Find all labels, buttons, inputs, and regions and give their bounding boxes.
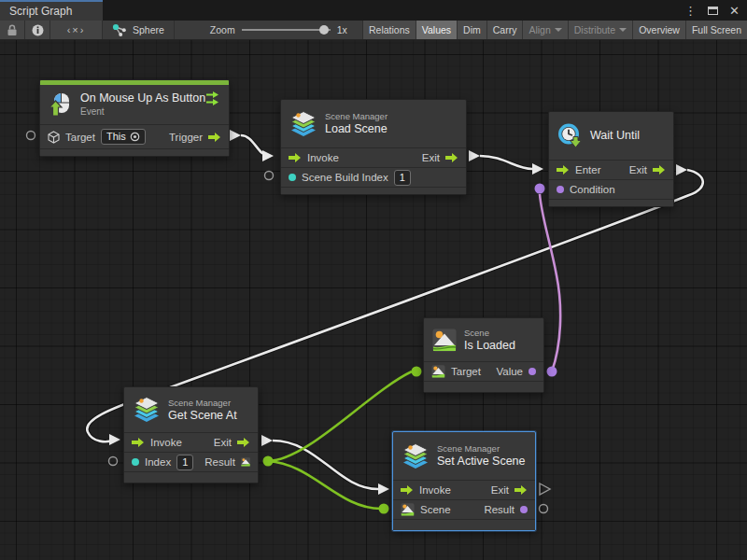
flow-arrow-icon [401, 484, 414, 496]
maximize-icon[interactable] [708, 7, 718, 15]
scene-mini-icon [241, 455, 250, 469]
node-title: Set Active Scene [437, 455, 527, 469]
zoom-slider[interactable] [242, 29, 331, 31]
full-screen-button[interactable]: Full Screen [686, 21, 747, 39]
node-subtitle: Event [80, 105, 220, 118]
result-port-label: Result [204, 456, 235, 468]
exit-port-label: Exit [491, 484, 509, 496]
node-title: Wait Until [590, 129, 665, 143]
code-preview-button[interactable]: ‹×› [50, 21, 103, 39]
align-button[interactable]: Align [523, 21, 568, 39]
node-category: Scene [464, 328, 535, 339]
invoke-port-label: Invoke [419, 484, 451, 496]
info-button[interactable] [25, 21, 50, 39]
chevron-down-icon [619, 28, 627, 32]
exit-port-label: Exit [629, 164, 647, 175]
result-port-label: Result [484, 504, 514, 515]
scene-manager-icon [402, 443, 430, 469]
script-graph-window: Script Graph ⋮ ✕ ‹×› [0, 0, 747, 560]
close-icon[interactable]: ✕ [729, 5, 740, 17]
node-set-active-scene[interactable]: Scene Manager Set Active Scene Invoke Ex… [392, 431, 536, 531]
exit-port-label: Exit [422, 152, 440, 163]
value-port-label: Value [496, 366, 523, 377]
relations-button[interactable]: Relations [363, 21, 416, 39]
bool-port-dot [557, 186, 564, 193]
enter-port-label: Enter [575, 164, 601, 175]
exit-port-label: Exit [214, 437, 232, 448]
lock-button[interactable] [0, 21, 25, 39]
node-title: Is Loaded [464, 339, 535, 353]
node-footer [40, 148, 229, 156]
node-category: Scene Manager [325, 111, 458, 122]
invoke-port-label: Invoke [307, 152, 339, 163]
node-title: On Mouse Up As Button [80, 91, 205, 105]
node-on-mouse-up-as-button[interactable]: On Mouse Up As Button Event Target This [39, 79, 230, 157]
graph-name-label: Sphere [133, 24, 164, 35]
scene-port-label: Scene [420, 504, 451, 515]
values-button[interactable]: Values [416, 21, 458, 39]
tab-title: Script Graph [9, 5, 72, 18]
node-footer [393, 519, 535, 530]
invoke-port-label: Invoke [150, 437, 182, 448]
target-port-label: Target [65, 132, 95, 143]
flow-arrow-icon [208, 132, 221, 143]
int-port-dot [132, 458, 139, 466]
node-is-loaded[interactable]: Scene Is Loaded Target Value [423, 317, 544, 393]
index-input[interactable]: 1 [176, 455, 193, 470]
info-icon [32, 24, 44, 36]
flow-arrow-icon [557, 164, 570, 175]
tab-script-graph[interactable]: Script Graph [0, 0, 103, 21]
node-category: Scene Manager [168, 398, 249, 409]
node-wait-until[interactable]: Wait Until Enter Exit Condition [548, 111, 674, 207]
zoom-slider-handle[interactable] [319, 25, 329, 35]
window-controls: ⋮ ✕ [684, 0, 747, 21]
flow-arrow-icon [653, 164, 666, 175]
target-object-picker[interactable]: This [101, 129, 146, 145]
flow-arrow-icon [132, 437, 145, 448]
node-footer [549, 199, 673, 206]
carry-button[interactable]: Carry [487, 21, 524, 39]
flow-arrow-icon [237, 437, 250, 448]
int-port-dot [289, 174, 296, 181]
window-menu-icon[interactable]: ⋮ [684, 5, 697, 17]
script-graph-icon [112, 23, 127, 36]
node-title: Load Scene [325, 122, 458, 136]
node-footer [124, 471, 258, 483]
code-icon: ‹×› [67, 24, 86, 35]
scene-mini-icon [431, 365, 445, 378]
zoom-label: Zoom [210, 24, 235, 35]
scene-manager-icon [289, 111, 317, 137]
node-get-scene-at[interactable]: Scene Manager Get Scene At Invoke Exit I… [123, 386, 259, 483]
object-port-dot [520, 506, 528, 513]
trigger-port-label: Trigger [169, 132, 203, 143]
flow-arrow-icon [289, 152, 302, 163]
scene-icon [432, 329, 457, 352]
node-category: Scene Manager [437, 443, 527, 455]
zoom-group: Zoom 1x [175, 21, 363, 39]
mouse-up-icon [49, 92, 73, 117]
scene-build-index-input[interactable]: 1 [394, 170, 411, 186]
tab-bar: Script Graph ⋮ ✕ [0, 0, 747, 21]
bool-port-dot [529, 368, 536, 375]
gameobject-cube-icon [48, 131, 60, 144]
lock-icon [7, 24, 18, 36]
node-load-scene[interactable]: Scene Manager Load Scene Invoke Exit Sce… [280, 99, 467, 195]
index-port-label: Index [145, 456, 171, 468]
node-footer [281, 187, 466, 194]
scene-build-index-label: Scene Build Index [302, 172, 388, 183]
distribute-button[interactable]: Distribute [569, 21, 633, 39]
dim-button[interactable]: Dim [458, 21, 487, 39]
flow-arrow-icon [514, 484, 528, 496]
wait-until-clock-icon [557, 123, 583, 148]
zoom-value: 1x [337, 24, 347, 35]
coroutine-arrows-icon [206, 91, 220, 105]
scene-manager-icon [133, 397, 161, 423]
scene-mini-icon [401, 503, 415, 516]
graph-asset-group: Sphere [103, 21, 175, 39]
overview-button[interactable]: Overview [633, 21, 686, 39]
graph-toolbar: ‹×› Sphere Zoom 1x Relations Values Dim … [0, 21, 747, 40]
condition-port-label: Condition [570, 184, 615, 195]
object-picker-icon [130, 132, 140, 142]
node-footer [424, 381, 543, 392]
flow-arrow-icon [445, 152, 458, 163]
